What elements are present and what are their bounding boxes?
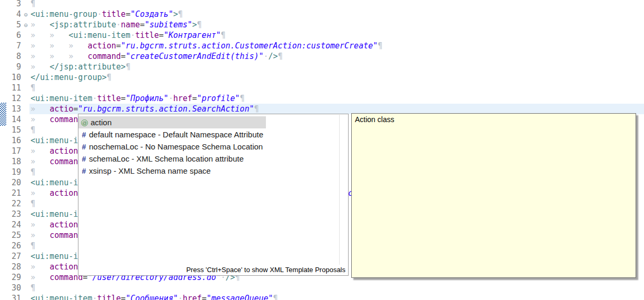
line-number: 16: [0, 135, 21, 146]
completion-item-schemaLoc[interactable]: #schemaLoc - XML Schema location attribu…: [78, 153, 266, 165]
code-token: ¶: [107, 73, 112, 82]
code-token: » » »: [31, 52, 87, 61]
code-token: ·: [116, 20, 121, 29]
code-line-7[interactable]: 7» » » action="ru.bgcrm.struts.action.Cu…: [0, 41, 644, 51]
code-token: "Профиль": [126, 94, 169, 103]
line-number: 19: [0, 167, 21, 177]
code-token: =: [140, 20, 145, 29]
code-line-6[interactable]: 6» » <ui:menu-item·title="Контрагент"¶: [0, 30, 644, 41]
code-token: command: [87, 52, 121, 61]
code-token: comman: [49, 157, 78, 166]
code-token: <jsp:attribute: [49, 20, 116, 29]
code-token: "subitems": [145, 20, 192, 29]
code-token: <ui:menu-group: [31, 9, 97, 19]
code-token: »: [31, 220, 49, 229]
code-token: title: [135, 31, 159, 40]
completion-item-label: xsinsp - XML Schema name space: [89, 166, 211, 175]
content-assist-popup: @action#default namespace - Default Name…: [78, 114, 349, 276]
code-token: »: [31, 231, 49, 240]
line-number: 4: [0, 9, 21, 19]
line-number: 3: [0, 0, 21, 9]
code-token: » » »: [31, 41, 87, 51]
code-token: href: [183, 294, 202, 300]
code-token: href: [173, 94, 192, 103]
range-indicator: [0, 103, 6, 126]
code-token: =: [159, 31, 164, 40]
code-token: action: [49, 188, 78, 198]
code-token: "profile": [197, 94, 240, 103]
code-line-3[interactable]: 3¶: [0, 0, 644, 9]
code-line-8[interactable]: 8» » » command="createCustomerAndEdit(th…: [0, 51, 644, 62]
code-token: </ui:menu-group>: [31, 73, 107, 82]
line-number: 11: [0, 83, 21, 93]
line-number: 18: [0, 156, 21, 167]
code-token: <ui:menu-item: [31, 294, 92, 300]
code-token: comman: [49, 115, 78, 124]
code-token: »: [31, 115, 49, 124]
code-token: ¶: [197, 20, 202, 29]
completion-item-noschemaLoc[interactable]: #noschemaLoc - No Namespace Schema Locat…: [78, 141, 266, 153]
completion-item-label: action: [91, 118, 112, 127]
line-number: 9: [0, 62, 21, 72]
template-proposal-icon: #: [81, 165, 87, 177]
code-token: ¶: [178, 9, 183, 19]
line-number: 30: [0, 283, 21, 293]
code-token: ¶: [31, 125, 35, 135]
line-number: 23: [0, 209, 21, 219]
line-number: 28: [0, 262, 21, 272]
attribute-proposal-icon: @: [81, 119, 88, 126]
code-token: title: [97, 94, 121, 103]
line-number: 22: [0, 198, 21, 209]
code-token: ·: [169, 94, 173, 103]
code-token: <ui:menu-item: [31, 94, 92, 103]
line-number: 15: [0, 125, 21, 135]
code-token: "ru.bgcrm.struts.action.CustomerAction:c…: [121, 41, 378, 51]
code-token: >: [192, 20, 197, 29]
code-token: ¶: [31, 199, 35, 208]
code-line-11[interactable]: 11¶: [0, 83, 644, 93]
code-token: comman: [49, 231, 78, 240]
code-token: » »: [31, 31, 68, 40]
code-token: >: [173, 9, 178, 19]
line-number: 26: [0, 241, 21, 251]
code-token: »: [31, 20, 49, 29]
completion-list: @action#default namespace - Default Name…: [78, 116, 348, 177]
code-token: »: [31, 262, 49, 272]
code-token: />: [269, 52, 278, 61]
code-token: <ui:menu-i: [31, 252, 78, 261]
code-token: "createCustomerAndEdit(this)": [126, 52, 264, 61]
popup-footer-hint: Press 'Ctrl+Space' to show XML Template …: [186, 266, 345, 274]
code-line-31[interactable]: 31<ui:menu-item·title="Сообщения"·href="…: [0, 293, 644, 300]
code-token: =: [121, 294, 126, 300]
code-token: ¶: [31, 167, 35, 177]
completion-item-action[interactable]: @action: [78, 116, 266, 128]
template-proposal-icon: #: [81, 153, 87, 165]
completion-item-xsinsp[interactable]: #xsinsp - XML Schema name space: [78, 165, 266, 177]
code-token: ¶: [254, 104, 259, 114]
code-line-12[interactable]: 12<ui:menu-item·title="Профиль"·href="pr…: [0, 93, 644, 104]
code-line-10[interactable]: 10</ui:menu-group>¶: [0, 72, 644, 83]
code-token: »: [31, 104, 49, 114]
code-token: »: [31, 188, 49, 198]
code-token: ¶: [221, 31, 225, 40]
code-line-4[interactable]: 4⊖<ui:menu-group·title="Создать">¶: [0, 9, 644, 19]
line-number: 25: [0, 230, 21, 241]
code-line-13[interactable]: 13» actio="ru.bgcrm.struts.action.Search…: [0, 104, 644, 114]
code-token: "messageQueue": [206, 294, 273, 300]
code-token: ¶: [126, 62, 131, 72]
completion-item-label: noschemaLoc - No Namespace Schema Locati…: [89, 142, 263, 151]
code-token: =: [126, 9, 131, 19]
code-line-30[interactable]: 30¶: [0, 283, 644, 293]
code-token: <ui:menu-i: [31, 209, 78, 219]
fold-marker[interactable]: ⊖: [21, 20, 31, 31]
popup-scrollbar[interactable]: [339, 115, 348, 265]
code-token: ¶: [31, 241, 35, 251]
code-token: "Контрагент": [164, 31, 221, 40]
line-number: 5: [0, 19, 21, 30]
completion-item-default[interactable]: #default namespace - Default Namespace A…: [78, 128, 266, 141]
completion-item-label: default namespace - Default Namespace At…: [89, 130, 263, 139]
code-line-9[interactable]: 9» </jsp:attribute>¶: [0, 62, 644, 72]
fold-marker[interactable]: ⊖: [21, 9, 31, 20]
code-line-5[interactable]: 5⊖» <jsp:attribute·name="subitems">¶: [0, 19, 644, 30]
code-token: "Сообщения": [126, 294, 178, 300]
